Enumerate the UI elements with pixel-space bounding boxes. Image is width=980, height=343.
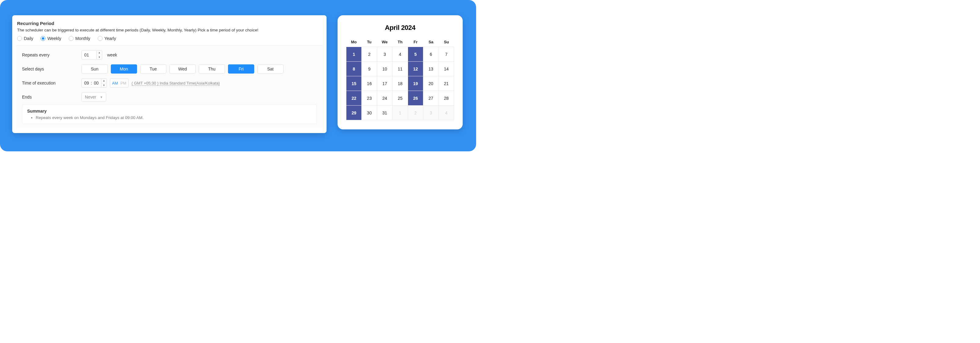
radio-icon (41, 36, 46, 41)
calendar-day[interactable]: 12 (408, 62, 423, 76)
repeat-interval-value[interactable]: 01 (81, 50, 97, 59)
calendar-day[interactable]: 30 (362, 106, 377, 120)
calendar-day[interactable]: 14 (439, 62, 454, 76)
day-button-thu[interactable]: Thu (199, 64, 225, 73)
calendar-day[interactable]: 28 (439, 91, 454, 106)
day-button-wed[interactable]: Wed (169, 64, 196, 73)
calendar-day[interactable]: 11 (393, 62, 408, 76)
pm-option[interactable]: PM (121, 81, 127, 86)
time-stepper[interactable]: 09 : 00 ▲ ▼ (81, 78, 107, 87)
calendar-day[interactable]: 2 (408, 106, 423, 120)
summary-title: Summary (27, 109, 312, 114)
calendar-day[interactable]: 7 (439, 47, 454, 62)
radio-icon (98, 36, 103, 41)
period-radio-weekly[interactable]: Weekly (41, 36, 61, 41)
calendar-day[interactable]: 24 (377, 91, 393, 106)
repeat-interval-stepper[interactable]: 01 ▲ ▼ (81, 50, 102, 59)
stepper-down-icon[interactable]: ▼ (97, 55, 102, 59)
calendar-day[interactable]: 25 (393, 91, 408, 106)
card-title: Recurring Period (17, 21, 322, 26)
ends-value: Never (85, 95, 96, 100)
day-button-fri[interactable]: Fri (228, 64, 254, 73)
calendar-day[interactable]: 31 (377, 106, 393, 120)
calendar-day[interactable]: 3 (377, 47, 393, 62)
period-radio-group: DailyWeeklyMonthlyYearly (17, 36, 322, 41)
calendar-day[interactable]: 21 (439, 76, 454, 91)
day-button-sun[interactable]: Sun (81, 64, 108, 73)
calendar-day[interactable]: 2 (362, 47, 377, 62)
weekday-header: Su (439, 37, 454, 47)
card-description: The scheduler can be triggered to execut… (17, 28, 322, 32)
calendar-day[interactable]: 29 (347, 106, 362, 120)
am-option[interactable]: AM (112, 81, 118, 86)
calendar-day[interactable]: 4 (439, 106, 454, 120)
weekday-header: Th (393, 37, 408, 47)
calendar-preview: April 2024 MoTuWeThFrSaSu 12345678910111… (337, 15, 463, 129)
time-minutes[interactable]: 00 (94, 81, 99, 86)
weekday-header: Mo (346, 37, 362, 47)
calendar-day[interactable]: 10 (377, 62, 393, 76)
calendar-day[interactable]: 5 (408, 47, 423, 62)
weekday-header: Sa (423, 37, 439, 47)
repeat-unit-label: week (107, 52, 117, 57)
calendar-day[interactable]: 18 (393, 76, 408, 91)
radio-label: Monthly (75, 36, 90, 41)
day-button-sat[interactable]: Sat (257, 64, 283, 73)
weekday-header: Fr (408, 37, 423, 47)
calendar-day[interactable]: 26 (408, 91, 423, 106)
period-radio-monthly[interactable]: Monthly (69, 36, 90, 41)
calendar-day[interactable]: 20 (423, 76, 439, 91)
radio-label: Weekly (47, 36, 61, 41)
calendar-day[interactable]: 1 (347, 47, 362, 62)
weekday-header: We (377, 37, 393, 47)
ampm-toggle[interactable]: AM PM (110, 78, 129, 87)
calendar-day[interactable]: 27 (423, 91, 439, 106)
weekday-header: Tu (362, 37, 377, 47)
calendar-day[interactable]: 16 (362, 76, 377, 91)
calendar-day[interactable]: 19 (408, 76, 423, 91)
day-button-mon[interactable]: Mon (111, 64, 137, 73)
period-radio-yearly[interactable]: Yearly (98, 36, 116, 41)
radio-icon (69, 36, 73, 41)
calendar-day[interactable]: 13 (423, 62, 439, 76)
timezone-link[interactable]: ( GMT +05:30 ) India Standard Time(Asia/… (132, 81, 220, 86)
stepper-up-icon[interactable]: ▲ (97, 51, 102, 55)
day-button-tue[interactable]: Tue (140, 64, 166, 73)
period-radio-daily[interactable]: Daily (17, 36, 33, 41)
radio-icon (17, 36, 22, 41)
summary-panel: Summary Repeats every week on Mondays an… (22, 105, 317, 124)
select-days-label: Select days (22, 67, 81, 71)
summary-text: Repeats every week on Mondays and Friday… (36, 115, 312, 120)
time-hours[interactable]: 09 (84, 81, 89, 86)
calendar-day[interactable]: 8 (347, 62, 362, 76)
calendar-day[interactable]: 9 (362, 62, 377, 76)
calendar-title: April 2024 (346, 24, 454, 32)
stepper-up-icon[interactable]: ▲ (101, 79, 107, 83)
calendar-day[interactable]: 22 (347, 91, 362, 106)
calendar-day[interactable]: 6 (423, 47, 439, 62)
calendar-day[interactable]: 15 (347, 76, 362, 91)
calendar-day[interactable]: 3 (423, 106, 439, 120)
calendar-day[interactable]: 17 (377, 76, 393, 91)
stepper-down-icon[interactable]: ▼ (101, 83, 107, 87)
recurring-config-panel: Repeats every 01 ▲ ▼ week Select days Su… (16, 45, 323, 128)
ends-label: Ends (22, 95, 81, 100)
repeats-every-label: Repeats every (22, 52, 81, 57)
chevron-down-icon: ▼ (100, 95, 103, 99)
calendar-day[interactable]: 4 (393, 47, 408, 62)
radio-label: Yearly (104, 36, 116, 41)
calendar-day[interactable]: 23 (362, 91, 377, 106)
time-of-execution-label: Time of execution (22, 81, 81, 86)
ends-select[interactable]: Never ▼ (81, 92, 106, 102)
calendar-day[interactable]: 1 (393, 106, 408, 120)
recurring-period-card: Recurring Period The scheduler can be tr… (12, 15, 326, 133)
radio-label: Daily (24, 36, 33, 41)
